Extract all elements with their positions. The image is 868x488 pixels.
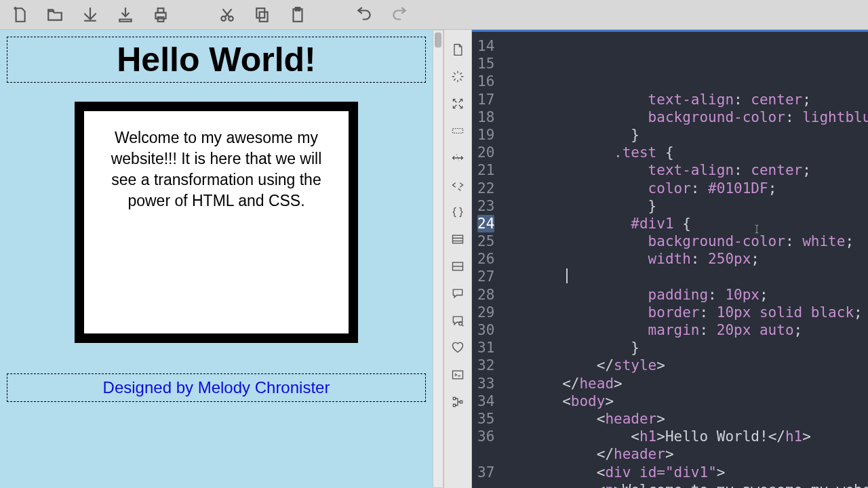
code-area[interactable]: text-align: center; background-color: li… <box>501 32 868 488</box>
terminal-icon[interactable] <box>450 367 465 382</box>
svg-rect-6 <box>256 8 264 18</box>
svg-rect-16 <box>453 371 463 379</box>
comment-icon[interactable] <box>450 286 465 301</box>
copy-icon[interactable] <box>254 6 271 24</box>
preview-footer: Designed by Melody Chronister <box>7 373 426 402</box>
preview-heading: Hello World! <box>12 40 421 79</box>
save-icon[interactable] <box>81 6 99 24</box>
print-icon[interactable] <box>152 6 170 24</box>
new-file-icon[interactable] <box>11 6 28 24</box>
preview-footer-text: Designed by Melody Chronister <box>103 378 330 396</box>
line-gutter: 1415161718192021222324252627282930313233… <box>472 32 501 488</box>
code-editor[interactable]: 1415161718192021222324252627282930313233… <box>472 30 868 488</box>
wand-icon[interactable] <box>450 69 465 84</box>
preview-paragraph: Welcome to my awesome my website!!! It i… <box>96 127 336 211</box>
panel2-icon[interactable] <box>450 259 465 274</box>
preview-card: Welcome to my awesome my website!!! It i… <box>75 102 358 343</box>
svg-rect-1 <box>158 8 164 13</box>
width-icon[interactable] <box>450 150 465 165</box>
svg-rect-9 <box>453 129 463 134</box>
undo-icon[interactable] <box>355 6 373 24</box>
cut-icon[interactable] <box>218 6 236 24</box>
ruler-icon[interactable] <box>450 123 465 138</box>
scroll-thumb[interactable] <box>435 33 441 47</box>
panel1-icon[interactable] <box>450 232 465 247</box>
heart-icon[interactable] <box>450 340 465 355</box>
braces-icon[interactable] <box>450 205 465 220</box>
svg-rect-10 <box>453 235 463 243</box>
svg-rect-17 <box>453 397 455 399</box>
preview-header: Hello World! <box>7 37 426 83</box>
main-toolbar <box>0 0 868 30</box>
tree-icon[interactable] <box>450 394 465 409</box>
page-icon[interactable] <box>450 42 465 57</box>
save-as-icon[interactable] <box>117 6 134 24</box>
expand-icon[interactable] <box>450 96 465 111</box>
preview-pane: Hello World! Welcome to my awesome my we… <box>0 30 433 488</box>
code-pick-icon[interactable] <box>450 178 465 192</box>
redo-icon[interactable] <box>391 6 408 24</box>
text-cursor-icon <box>751 222 763 239</box>
vertical-toolstrip <box>443 30 472 488</box>
svg-rect-18 <box>453 404 455 406</box>
paste-icon[interactable] <box>289 6 307 24</box>
search-comment-icon[interactable] <box>450 313 465 328</box>
svg-rect-19 <box>460 401 462 403</box>
open-icon[interactable] <box>46 6 64 24</box>
svg-rect-5 <box>260 12 268 21</box>
preview-scrollbar[interactable] <box>433 30 443 488</box>
